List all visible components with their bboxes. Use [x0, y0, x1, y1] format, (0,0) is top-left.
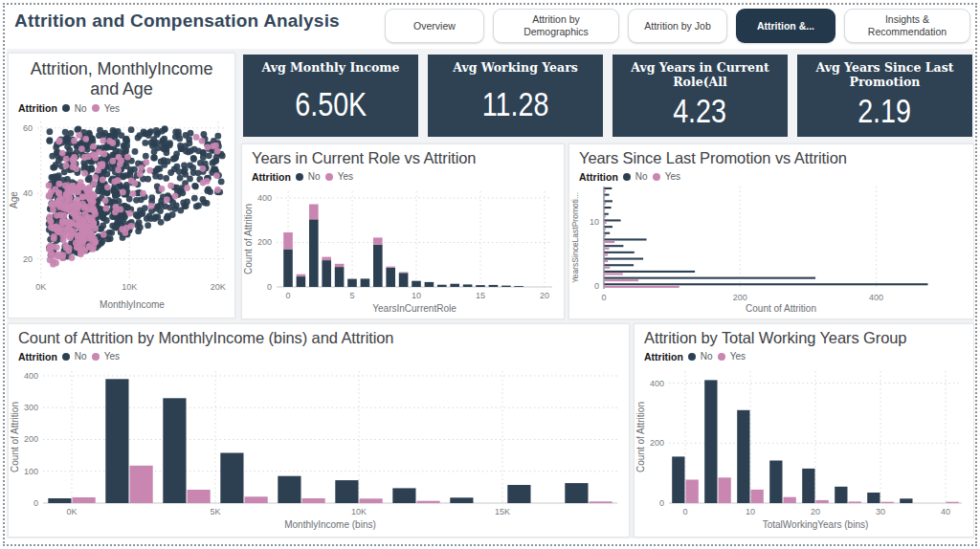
svg-text:0: 0: [33, 498, 38, 508]
legend-title: Attrition: [252, 171, 291, 183]
kpi-card-avg-working-years: Avg Working Years 11.28: [428, 55, 603, 137]
chart-title: Count of Attrition by MonthlyIncome (bin…: [9, 324, 629, 348]
svg-text:5: 5: [350, 291, 355, 300]
chart-legend: Attrition No Yes: [9, 348, 629, 363]
svg-text:10: 10: [746, 507, 755, 516]
kpi-title: Avg Years in Current Role(All: [618, 61, 782, 90]
kpi-title: Avg Years Since Last Promotion: [803, 61, 967, 90]
tab-attrition-and-compensation[interactable]: Attrition &...: [736, 9, 835, 43]
svg-text:TotalWorkingYears (bins): TotalWorkingYears (bins): [763, 519, 869, 530]
svg-text:0: 0: [267, 282, 272, 292]
chart-title: Years in Current Role vs Attrition: [242, 144, 564, 168]
dashboard-page: Attrition and Compensation Analysis Over…: [0, 0, 980, 549]
legend-label-yes: Yes: [104, 351, 120, 362]
kpi-card-avg-monthly-income: Avg Monthly Income 6.50K: [243, 55, 418, 137]
income-bins-chart[interactable]: 01002003004000K5K10K15KMonthlyIncome (bi…: [9, 363, 629, 532]
legend-title: Attrition: [579, 171, 618, 183]
chart-legend: Attrition No Yes: [569, 168, 973, 184]
svg-text:20: 20: [811, 507, 820, 516]
svg-text:Count of Attrition: Count of Attrition: [635, 402, 646, 472]
scatter-panel: Attrition, MonthlyIncome and Age Attriti…: [8, 53, 235, 318]
svg-text:MonthlyIncome (bins): MonthlyIncome (bins): [284, 519, 376, 530]
svg-text:MonthlyIncome: MonthlyIncome: [100, 299, 165, 310]
legend-dot-yes: [325, 173, 333, 181]
kpi-value: 11.28: [482, 76, 549, 133]
svg-text:10: 10: [412, 291, 421, 300]
tab-overview[interactable]: Overview: [385, 9, 484, 43]
legend-dot-no: [623, 173, 631, 181]
kpi-title: Avg Working Years: [453, 61, 578, 76]
svg-text:100: 100: [24, 467, 38, 476]
chart-title: Attrition, MonthlyIncome and Age: [9, 54, 234, 100]
tab-label: Attrition by Demographics: [503, 13, 609, 37]
income-bins-panel: Count of Attrition by MonthlyIncome (bin…: [8, 323, 630, 538]
kpi-card-avg-years-since-promotion: Avg Years Since Last Promotion 2.19: [797, 55, 972, 137]
svg-text:Count of Attrition: Count of Attrition: [243, 204, 254, 274]
chart-legend: Attrition No Yes: [242, 168, 564, 184]
svg-text:0K: 0K: [66, 507, 77, 516]
legend-dot-no: [296, 173, 303, 181]
svg-text:400: 400: [257, 193, 272, 203]
years-in-current-role-panel: Years in Current Role vs Attrition Attri…: [241, 143, 565, 319]
kpi-value: 2.19: [858, 90, 912, 134]
svg-text:200: 200: [24, 434, 38, 444]
svg-text:10K: 10K: [351, 507, 367, 516]
svg-text:Count of Attrition: Count of Attrition: [10, 402, 20, 472]
working-years-chart[interactable]: 0200400010203040TotalWorkingYears (bins)…: [635, 363, 973, 532]
svg-text:0: 0: [286, 291, 291, 300]
legend-label-no: No: [75, 103, 87, 114]
legend-title: Attrition: [18, 102, 57, 114]
kpi-value: 4.23: [674, 90, 727, 134]
scatter-chart[interactable]: 2040600K10K20KMonthlyIncomeAge: [9, 116, 234, 311]
tab-insights-recommendation[interactable]: Insights & Recommendation: [844, 9, 970, 43]
chart-title: Years Since Last Promotion vs Attrition: [569, 144, 973, 168]
svg-text:200: 200: [650, 438, 664, 448]
svg-text:15K: 15K: [495, 507, 510, 516]
legend-dot-yes: [92, 353, 100, 361]
svg-text:Count of Attrition: Count of Attrition: [746, 303, 816, 314]
svg-text:5K: 5K: [210, 507, 220, 516]
svg-text:15: 15: [476, 291, 485, 300]
svg-text:20: 20: [23, 253, 33, 263]
svg-text:YearsSinceLastPromoti...: YearsSinceLastPromoti...: [570, 192, 580, 283]
svg-text:40: 40: [23, 188, 33, 198]
legend-label-no: No: [635, 171, 648, 182]
svg-text:0K: 0K: [35, 282, 46, 292]
svg-text:200: 200: [257, 237, 272, 247]
svg-text:400: 400: [650, 379, 664, 388]
svg-text:40: 40: [941, 507, 950, 516]
legend-label-yes: Yes: [665, 171, 680, 182]
svg-text:400: 400: [24, 371, 38, 381]
svg-text:0: 0: [594, 281, 599, 291]
legend-label-yes: Yes: [104, 103, 120, 114]
svg-text:30: 30: [876, 507, 885, 516]
legend-dot-yes: [718, 353, 725, 361]
legend-dot-yes: [653, 173, 660, 181]
tab-label: Attrition by Job: [644, 20, 710, 33]
svg-text:400: 400: [869, 293, 883, 302]
svg-text:10: 10: [590, 217, 599, 227]
svg-text:Age: Age: [9, 190, 19, 208]
tab-label: Insights & Recommendation: [855, 13, 960, 37]
legend-dot-no: [62, 353, 70, 361]
chart-title: Attrition by Total Working Years Group: [635, 324, 973, 348]
legend-dot-no: [62, 104, 70, 112]
tab-attrition-by-demographics[interactable]: Attrition by Demographics: [493, 9, 619, 43]
working-years-panel: Attrition by Total Working Years Group A…: [634, 323, 974, 538]
nav-tabs: Overview Attrition by Demographics Attri…: [385, 9, 970, 43]
svg-text:200: 200: [733, 293, 747, 302]
tab-label: Overview: [413, 20, 456, 33]
tab-attrition-by-job[interactable]: Attrition by Job: [628, 9, 727, 43]
svg-text:20K: 20K: [211, 282, 226, 292]
chart-legend: Attrition No Yes: [635, 348, 973, 363]
svg-text:20: 20: [540, 291, 549, 300]
legend-label-no: No: [308, 171, 321, 182]
chart-legend: Attrition No Yes: [9, 100, 234, 116]
svg-text:0: 0: [659, 498, 664, 508]
years-in-current-role-chart[interactable]: 020040005101520YearsInCurrentRoleCount o…: [242, 184, 564, 316]
legend-label-no: No: [75, 351, 87, 362]
svg-text:0: 0: [601, 293, 606, 302]
years-since-promotion-chart[interactable]: 0200400010Count of AttritionYearsSinceLa…: [569, 184, 973, 316]
legend-label-no: No: [701, 351, 713, 362]
kpi-title: Avg Monthly Income: [261, 61, 399, 76]
